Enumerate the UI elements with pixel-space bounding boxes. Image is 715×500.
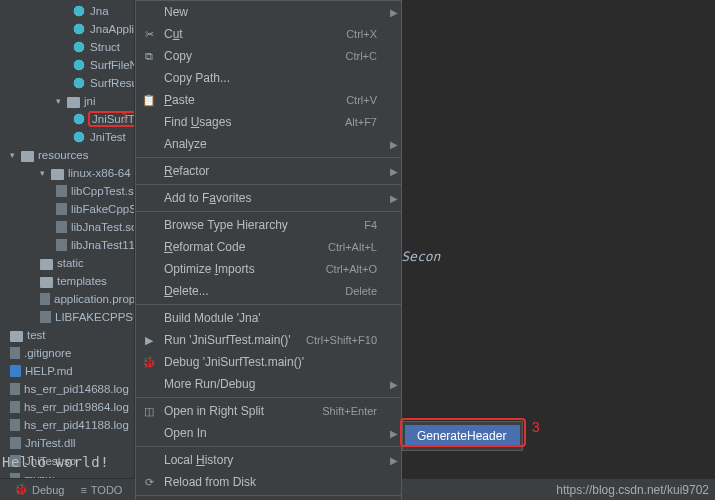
menu-item[interactable]: New▶ — [136, 1, 401, 23]
menu-item[interactable]: Optimize ImportsCtrl+Alt+O — [136, 258, 401, 280]
tree-item[interactable]: hs_err_pid14688.log — [0, 380, 134, 398]
menu-label: Optimize Imports — [164, 262, 326, 276]
tree-label: hs_err_pid19864.log — [24, 401, 129, 413]
menu-separator — [136, 495, 401, 496]
external-tools-submenu[interactable]: GenerateHeader — [402, 421, 523, 451]
menu-item[interactable]: Refactor▶ — [136, 160, 401, 182]
project-tree[interactable]: JnaJnaApplic…StructSurfFileNa…SurfResul…… — [0, 0, 135, 478]
annotation-3: 3 — [532, 419, 540, 435]
menu-item[interactable]: Build Module 'Jna' — [136, 307, 401, 329]
menu-label: More Run/Debug — [164, 377, 387, 391]
menu-label: Local History — [164, 453, 387, 467]
so-icon — [56, 239, 67, 251]
watermark: https://blog.csdn.net/kui9702 — [556, 483, 709, 497]
menu-item[interactable]: ⟳Reload from Disk — [136, 471, 401, 493]
menu-icon: ◫ — [142, 404, 156, 418]
menu-separator — [136, 211, 401, 212]
tree-item[interactable]: ▾linux-x86-64 — [0, 164, 134, 182]
tree-label: hs_err_pid41188.log — [24, 419, 129, 431]
java-icon — [72, 22, 86, 36]
shortcut: Ctrl+Alt+L — [328, 241, 387, 253]
menu-item[interactable]: ▶Run 'JniSurfTest.main()'Ctrl+Shift+F10 — [136, 329, 401, 351]
menu-item[interactable]: Find UsagesAlt+F7 — [136, 111, 401, 133]
menu-label: Add to Favorites — [164, 191, 387, 205]
txt-icon — [10, 419, 20, 431]
chevron-right-icon: ▶ — [387, 139, 401, 150]
tree-item[interactable]: JniTest — [0, 128, 134, 146]
menu-item[interactable]: Copy Path... — [136, 67, 401, 89]
context-menu[interactable]: New▶✂CutCtrl+X⧉CopyCtrl+CCopy Path...📋Pa… — [135, 0, 402, 500]
tree-item[interactable]: .gitignore — [0, 344, 134, 362]
status-todo[interactable]: ≡TODO — [72, 479, 130, 500]
tree-item[interactable]: ▾resources — [0, 146, 134, 164]
tree-label: .gitignore — [24, 347, 71, 359]
java-icon — [72, 40, 86, 54]
shortcut: Ctrl+X — [346, 28, 387, 40]
menu-item[interactable]: 🐞Debug 'JniSurfTest.main()' — [136, 351, 401, 373]
tree-item[interactable]: ▾jni — [0, 92, 134, 110]
tree-item[interactable]: mvnw — [0, 470, 134, 478]
submenu-generate-header[interactable]: GenerateHeader — [405, 425, 520, 447]
menu-label: Reload from Disk — [164, 475, 387, 489]
tree-item[interactable]: test — [0, 326, 134, 344]
shortcut: Ctrl+C — [346, 50, 387, 62]
menu-item[interactable]: Browse Type HierarchyF4 — [136, 214, 401, 236]
so-icon — [10, 437, 21, 449]
tree-item[interactable]: hs_err_pid41188.log — [0, 416, 134, 434]
tree-item[interactable]: hs_err_pid19864.log — [0, 398, 134, 416]
shortcut: Ctrl+Shift+F10 — [306, 334, 387, 346]
tree-label: jni — [84, 95, 96, 107]
tree-item[interactable]: LIBFAKECPPSURF.d… — [0, 308, 134, 326]
folder-icon — [51, 169, 64, 180]
tree-label: HELP.md — [25, 365, 73, 377]
tree-item[interactable]: libFakeCppSurf… — [0, 200, 134, 218]
menu-icon: ✂ — [142, 27, 156, 41]
tree-label: Struct — [90, 41, 120, 53]
tree-item[interactable]: JnaApplic… — [0, 20, 134, 38]
tree-item[interactable]: static — [0, 254, 134, 272]
menu-item[interactable]: Analyze▶ — [136, 133, 401, 155]
shortcut: Ctrl+V — [346, 94, 387, 106]
tree-item[interactable]: templates — [0, 272, 134, 290]
tree-item[interactable]: libJnaTest111.so — [0, 236, 134, 254]
tree-item[interactable]: SurfResul… — [0, 74, 134, 92]
tree-item[interactable]: libJnaTest.so — [0, 218, 134, 236]
menu-item[interactable]: Local History▶ — [136, 449, 401, 471]
so-icon — [56, 221, 67, 233]
menu-icon: ⟳ — [142, 475, 156, 489]
folder-icon — [40, 259, 53, 270]
tree-item[interactable]: application.proper… — [0, 290, 134, 308]
md-icon — [10, 365, 21, 377]
folder-icon — [67, 97, 80, 108]
status-debug[interactable]: 🐞Debug — [6, 479, 72, 500]
tree-item[interactable]: Struct — [0, 38, 134, 56]
menu-item[interactable]: Open In▶ — [136, 422, 401, 444]
chevron-right-icon: ▶ — [387, 7, 401, 18]
menu-label: Analyze — [164, 137, 387, 151]
folder-icon — [40, 277, 53, 288]
tree-item[interactable]: HELP.md — [0, 362, 134, 380]
menu-item[interactable]: 📋PasteCtrl+V — [136, 89, 401, 111]
menu-item[interactable]: More Run/Debug▶ — [136, 373, 401, 395]
menu-item[interactable]: ⧉CopyCtrl+C — [136, 45, 401, 67]
tree-item[interactable]: JniTest.dll — [0, 434, 134, 452]
menu-item[interactable]: Delete...Delete — [136, 280, 401, 302]
tree-label: libJnaTest.so — [71, 221, 135, 233]
tree-item[interactable]: SurfFileNa… — [0, 56, 134, 74]
tree-label: Jna — [90, 5, 109, 17]
tree-item[interactable]: libCppTest.so — [0, 182, 134, 200]
tree-item[interactable]: Jna — [0, 2, 134, 20]
tree-item[interactable]: JniSurfTes… — [0, 110, 134, 128]
chevron-right-icon: ▶ — [387, 428, 401, 439]
chevron-down-icon: ▾ — [56, 96, 66, 106]
menu-item[interactable]: Add to Favorites▶ — [136, 187, 401, 209]
menu-label: Debug 'JniSurfTest.main()' — [164, 355, 387, 369]
annotation-1: 1 — [121, 109, 129, 125]
chevron-right-icon: ▶ — [387, 455, 401, 466]
txt-icon — [10, 383, 20, 395]
menu-item[interactable]: ◫Open in Right SplitShift+Enter — [136, 400, 401, 422]
menu-item[interactable]: ✂CutCtrl+X — [136, 23, 401, 45]
menu-separator — [136, 304, 401, 305]
menu-item[interactable]: Reformat CodeCtrl+Alt+L — [136, 236, 401, 258]
menu-label: Copy Path... — [164, 71, 387, 85]
